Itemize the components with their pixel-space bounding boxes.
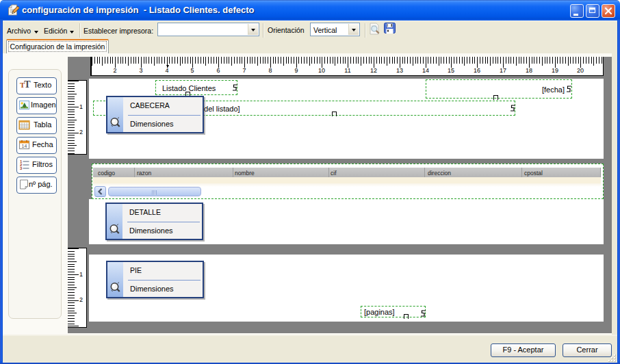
svg-text:3: 3 <box>20 166 23 170</box>
svg-text:14: 14 <box>22 144 27 148</box>
